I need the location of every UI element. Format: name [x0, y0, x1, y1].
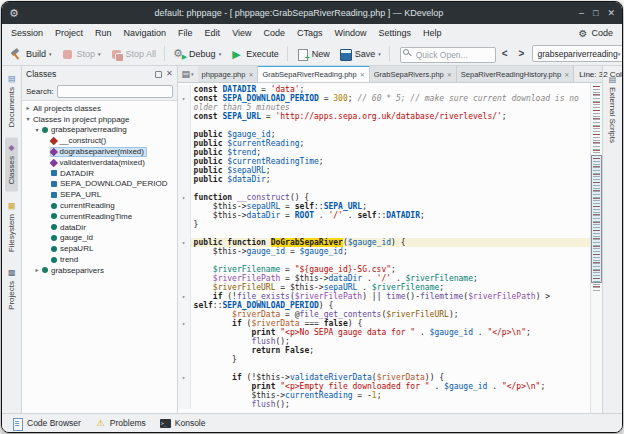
tree-item-validateriverdata-mixed[interactable]: validateriverdata(mixed): [22, 157, 177, 168]
code-line[interactable]: const DATADIR = 'data';: [178, 85, 590, 94]
menu-help[interactable]: Help: [417, 26, 448, 40]
minimize-icon[interactable]: –: [579, 9, 584, 18]
menu-window[interactable]: Window: [329, 26, 373, 40]
code-line[interactable]: return False;: [178, 346, 590, 355]
document-list-button[interactable]: ▤ ▾: [178, 66, 198, 82]
menu-ctags[interactable]: CTags: [291, 26, 329, 40]
close-tab-icon[interactable]: ✕: [564, 71, 569, 78]
tree-item-dograbsepariver-mixed[interactable]: dograbsepariver(mixed): [22, 146, 177, 157]
tree-item-sepa-download-period[interactable]: SEPA_DOWNLOAD_PERIOD: [22, 179, 177, 190]
fold-marker-icon[interactable]: ▾: [178, 238, 191, 247]
back-button[interactable]: <: [497, 47, 513, 60]
fold-marker-icon[interactable]: ▾: [178, 193, 191, 202]
dock-tab-documents[interactable]: Documents▤: [5, 68, 18, 134]
menu-session[interactable]: Session: [5, 26, 49, 40]
save-button[interactable]: Save▾: [335, 46, 385, 62]
code-line[interactable]: }: [178, 355, 590, 364]
tab-grabseparivers-php[interactable]: GrabSepaRivers.php✕: [370, 66, 457, 82]
code-line[interactable]: [178, 256, 590, 265]
problems-toggle[interactable]: ⚠Problems: [90, 417, 151, 430]
stop-all-button[interactable]: Stop All: [106, 46, 161, 62]
code-line[interactable]: $riverData = @file_get_contents($riverFi…: [178, 310, 590, 319]
code-line[interactable]: [178, 364, 590, 373]
menu-run[interactable]: Run: [89, 26, 118, 40]
debug-button[interactable]: ⚙▶Debug▾: [169, 46, 225, 62]
quick-open-input[interactable]: [400, 47, 496, 63]
tab-phppage-php[interactable]: phppage.php✕: [198, 66, 259, 82]
code-line[interactable]: $riverFileURL = $this->sepaURL . $riverF…: [178, 283, 590, 292]
fold-marker-icon[interactable]: ▾: [178, 292, 191, 301]
tree-item-grabseparivers[interactable]: ▸grabseparivers: [22, 265, 177, 276]
code-line[interactable]: public $gauge_id;: [178, 130, 590, 139]
menu-code[interactable]: Code: [257, 26, 291, 40]
close-tab-icon[interactable]: ✕: [360, 71, 365, 78]
tab-separiverreadinghistory-php[interactable]: SepaRiverReadingHistory.php✕: [457, 66, 574, 82]
code-line[interactable]: public $currentReading;: [178, 139, 590, 148]
collapsed-expander-icon[interactable]: ▸: [24, 105, 32, 111]
code-line[interactable]: $this->currentReading = -1;: [178, 391, 590, 400]
code-line[interactable]: [178, 184, 590, 193]
float-panel-icon[interactable]: [155, 71, 162, 78]
execute-button[interactable]: ▶Execute: [226, 46, 283, 62]
tree-item-all-projects-classes[interactable]: ▸All projects classes: [22, 103, 177, 114]
code-line[interactable]: ▾ if ($riverData === false) {: [178, 319, 590, 328]
close-tab-icon[interactable]: ✕: [447, 71, 452, 78]
code-line[interactable]: const SEPA_URL = 'http://apps.sepa.org.u…: [178, 112, 590, 121]
konsole-toggle[interactable]: Konsole: [155, 417, 211, 430]
code-line[interactable]: $this->dataDir = ROOT . '/' . self::DATA…: [178, 211, 590, 220]
tree-item-datadir[interactable]: DATADIR: [22, 168, 177, 179]
code-line[interactable]: $this->gauge_id = $gauge_id;: [178, 247, 590, 256]
tree-item-datadir[interactable]: dataDir: [22, 222, 177, 233]
code-line[interactable]: }: [178, 220, 590, 229]
classes-search-input[interactable]: [57, 85, 173, 98]
code-line[interactable]: [178, 121, 590, 130]
fold-marker-icon[interactable]: ▾: [178, 94, 191, 103]
minimap-scrollbar[interactable]: [590, 83, 602, 413]
code-line[interactable]: ▾const SEPA_DOWNLOAD_PERIOD = 300; // 60…: [178, 94, 590, 103]
expanded-expander-icon[interactable]: ▾: [33, 127, 41, 133]
code-line[interactable]: flush();: [178, 337, 590, 346]
menu-edit[interactable]: Edit: [199, 26, 227, 40]
code-line[interactable]: $this->sepaURL = self::SEPA_URL;: [178, 202, 590, 211]
code-line[interactable]: public $sepaURL;: [178, 166, 590, 175]
fold-marker-icon[interactable]: ▾: [178, 373, 191, 382]
code-area[interactable]: const DATADIR = 'data';▾const SEPA_DOWNL…: [178, 83, 590, 413]
tree-item-classes-in-project-phppage[interactable]: ▾Classes in project phppage: [22, 114, 177, 125]
code-browser-toggle[interactable]: Code Browser: [7, 417, 86, 430]
titlebar[interactable]: ⚙ default: phppage - [ phppage:GrabSepaR…: [2, 2, 622, 24]
tree-item-currentreading[interactable]: currentReading: [22, 200, 177, 211]
menu-project[interactable]: Project: [49, 26, 89, 40]
code-line[interactable]: ▾function __construct() {: [178, 193, 590, 202]
code-line[interactable]: flush();: [178, 400, 590, 409]
code-line[interactable]: self::SEPA_DOWNLOAD_PERIOD) {: [178, 301, 590, 310]
tree-item-currentreadingtime[interactable]: currentReadingTime: [22, 211, 177, 222]
close-tab-icon[interactable]: ✕: [248, 71, 253, 78]
tab-grabsepariverreading-php[interactable]: GrabSepaRiverReading.php✕: [258, 66, 369, 82]
code-line[interactable]: $riverFilename = "${gauge_id}-SG.csv";: [178, 265, 590, 274]
menu-file[interactable]: File: [172, 26, 199, 40]
code-line[interactable]: older than 5 minutes: [178, 103, 590, 112]
close-icon[interactable]: ✕: [607, 9, 615, 18]
dock-tab-external-scripts[interactable]: ▤External Scripts: [606, 68, 619, 150]
dock-tab-classes[interactable]: Classes◆: [5, 137, 18, 191]
maximize-icon[interactable]: □: [593, 9, 598, 18]
dock-tab-projects[interactable]: Projects▩: [5, 262, 18, 317]
code-line[interactable]: [178, 229, 590, 238]
collapsed-expander-icon[interactable]: ▸: [33, 267, 41, 273]
fold-marker-icon[interactable]: ▾: [178, 319, 191, 328]
tree-item-trend[interactable]: trend: [22, 254, 177, 265]
code-line[interactable]: public $currentReadingTime;: [178, 157, 590, 166]
menu-navigation[interactable]: Navigation: [118, 26, 173, 40]
stop-button[interactable]: Stop▾: [57, 46, 105, 62]
close-panel-icon[interactable]: ✕: [166, 70, 173, 78]
build-button[interactable]: Build▾: [6, 46, 56, 62]
minimap-viewport[interactable]: [591, 155, 602, 283]
tree-item-grabsepariverreading[interactable]: ▾grabsepariverreading: [22, 125, 177, 136]
expanded-expander-icon[interactable]: ▾: [24, 116, 32, 122]
menu-settings[interactable]: Settings: [373, 26, 418, 40]
context-combobox[interactable]: grabsepariverreading ▾: [532, 45, 623, 62]
tree-item-construct[interactable]: __construct(): [22, 135, 177, 146]
code-menu-button[interactable]: ⚙ Code: [573, 27, 619, 40]
code-line[interactable]: ▾public function DoGrabSepaRiver($gauge_…: [178, 238, 590, 247]
code-line[interactable]: public $dataDir;: [178, 175, 590, 184]
